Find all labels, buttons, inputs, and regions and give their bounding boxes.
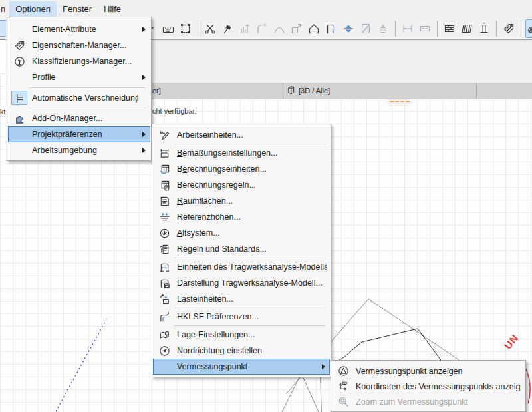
menu-item-automatische-verschneidung[interactable]: Automatische VerschneidungI — [8, 90, 150, 106]
menu-item-vermessungspunkt[interactable]: Vermessungspunkt — [153, 359, 330, 375]
menu-item-label: Projektpräferenzen — [32, 130, 102, 139]
menu-item-vermessungspunkt-anzeigen[interactable]: Vermessungspunkt anzeigen — [332, 363, 525, 379]
submenu-arrow-icon — [322, 364, 325, 369]
toolbar-separator — [395, 21, 396, 37]
label-tag-button[interactable] — [501, 19, 517, 38]
menu-item-label: Arbeitseinheiten... — [177, 130, 243, 140]
coordinates-eye-icon — [335, 379, 351, 394]
menubar-item-hilfe[interactable]: Hilfe — [98, 1, 127, 17]
adjust-button[interactable] — [237, 19, 253, 38]
menu-item-eigenschaften-manager[interactable]: Eigenschaften-Manager... — [8, 37, 150, 53]
menu-item-raumflaechen[interactable]: Raumflächen... — [153, 193, 330, 209]
trim-button[interactable] — [219, 19, 235, 38]
steel-profile-button[interactable] — [476, 19, 492, 38]
resize-button[interactable] — [289, 19, 305, 38]
menu-icon-placeholder — [11, 127, 27, 142]
menu-item-darstellung-tragwerksanalyse-modell[interactable]: Darstellung Tragwerksanalyse-Modell... — [153, 275, 330, 291]
options-dropdown-menu: Element-AttributeEigenschaften-Manager..… — [7, 17, 152, 161]
menu-item-lage-einstellungen[interactable]: Lage-Einstellungen... — [153, 327, 330, 343]
menu-item-koordinaten-des-vermessungspunkts-anzeigen[interactable]: Koordinaten des Vermessungspunkts anzeig… — [332, 379, 525, 394]
load-units-icon — [156, 292, 172, 306]
work-units-icon — [156, 128, 172, 142]
canvas-clipped-text: kt — [0, 108, 6, 116]
menu-item-label: Altsystem... — [177, 228, 220, 238]
menu-item-label: Koordinaten des Vermessungspunkts anzeig… — [356, 382, 521, 391]
menu-item-label: Referenzhöhen... — [177, 212, 241, 222]
menu-item-berechnungsregeln[interactable]: Berechnungsregeln... — [153, 177, 330, 193]
dimension-settings-icon — [156, 146, 172, 160]
menu-item-bemassungseinstellungen[interactable]: Bemaßungseinstellungen... — [153, 145, 330, 161]
menu-item-element-attribute[interactable]: Element-Attribute — [8, 21, 150, 37]
split-button[interactable] — [202, 19, 218, 38]
tab-clipped[interactable]: er] — [152, 87, 161, 95]
menu-item-arbeitseinheiten[interactable]: Arbeitseinheiten... — [153, 127, 330, 143]
menu-item-nordrichtung-einstellen[interactable]: Nordrichtung einstellen — [153, 343, 330, 359]
menu-item-label: Eigenschaften-Manager... — [32, 41, 126, 50]
dimension-linear-button[interactable] — [400, 19, 416, 38]
tag-icon — [11, 38, 27, 53]
menu-item-label: Lasteinheiten... — [177, 294, 233, 304]
menu-icon-placeholder — [156, 359, 172, 374]
menu-item-label: HKLSE Präferenzen... — [177, 312, 259, 321]
rules-standards-icon — [156, 242, 172, 256]
tab-separator — [283, 83, 283, 99]
menu-item-label: Darstellung Tragwerksanalyse-Modell... — [177, 278, 323, 288]
menu-item-projektpraeferenzen[interactable]: Projektpräferenzen — [8, 126, 150, 142]
dimension-exterior-button[interactable] — [417, 19, 433, 38]
svg-text:12: 12 — [166, 28, 170, 32]
menubar-item-fenster[interactable]: Fenster — [57, 1, 98, 17]
menu-icon-placeholder — [11, 22, 27, 37]
project-preferences-submenu: Arbeitseinheiten...Bemaßungseinstellunge… — [152, 124, 331, 377]
survey-point-toggle-button[interactable] — [525, 19, 532, 38]
menu-separator — [174, 144, 325, 144]
menu-item-label: Einheiten des Tragwerksanalyse-Modells..… — [177, 262, 327, 272]
zoom-icon — [335, 395, 351, 409]
menu-item-referenzhoehen[interactable]: Referenzhöhen... — [153, 209, 330, 225]
menu-item-arbeitsumgebung[interactable]: Arbeitsumgebung — [8, 142, 150, 158]
menubar-clipped-item[interactable]: n — [0, 4, 9, 14]
submenu-arrow-icon — [142, 75, 146, 80]
menu-item-label: Profile — [32, 73, 55, 82]
door-tool-button[interactable] — [323, 19, 339, 38]
menu-separator — [174, 308, 325, 308]
menu-item-shortcut: I — [137, 93, 147, 103]
curve-edge-button[interactable] — [271, 19, 287, 38]
puzzle-icon — [11, 111, 27, 126]
tab-separator-2 — [476, 83, 477, 99]
level-marker-button[interactable] — [375, 19, 391, 38]
skylight-tool-button[interactable] — [340, 19, 356, 38]
toolbar-clipped-icon[interactable] — [0, 20, 6, 37]
menu-item-label: Arbeitsumgebung — [32, 146, 97, 155]
canvas-note-text: cht verfügbar. — [152, 107, 197, 115]
menu-item-add-on-manager[interactable]: Add-On-Manager... — [8, 110, 150, 126]
transform-marquee-button[interactable] — [178, 19, 194, 38]
menu-item-berechnungseinheiten[interactable]: Berechnungseinheiten... — [153, 161, 330, 177]
survey-point-icon — [335, 364, 351, 379]
menu-item-label: Zoom zum Vermessungspunkt — [356, 397, 468, 407]
menu-item-label: Bemaßungseinstellungen... — [177, 148, 278, 158]
menu-item-regeln-und-standards[interactable]: Regeln und Standards... — [153, 241, 330, 257]
tab-3d-alle[interactable]: [3D / Alle] — [286, 83, 330, 99]
menu-item-label: Automatische Verschneidung — [32, 93, 137, 103]
building-material-button[interactable] — [442, 19, 458, 38]
roof-tool-button[interactable] — [306, 19, 322, 38]
measure-ruler-button[interactable]: 12 — [160, 19, 176, 38]
toolbar-separator — [198, 21, 198, 37]
fillet-chamfer-button[interactable] — [254, 19, 270, 38]
menubar-item-optionen[interactable]: Optionen — [9, 1, 57, 17]
menu-item-label: Berechnungsregeln... — [177, 180, 256, 190]
panel-tool-button[interactable] — [358, 19, 374, 38]
menu-item-hklse-praeferenzen[interactable]: HKLSE Präferenzen... — [153, 309, 330, 325]
fill-hatch-button[interactable] — [459, 19, 475, 38]
menu-item-label: Raumflächen... — [177, 196, 233, 206]
calculation-units-icon — [156, 162, 172, 176]
menu-item-altsystem[interactable]: Altsystem... — [153, 225, 330, 241]
menu-item-klassifizierungs-manager[interactable]: Klassifizierungs-Manager... — [8, 53, 150, 69]
menu-item-einheiten-des-tragwerksanalyse-modells[interactable]: Einheiten des Tragwerksanalyse-Modells..… — [153, 259, 330, 275]
menu-item-profile[interactable]: Profile — [8, 69, 150, 85]
menu-item-lasteinheiten[interactable]: Lasteinheiten... — [153, 291, 330, 307]
menu-item-label: Vermessungspunkt — [177, 362, 247, 371]
menu-icon-placeholder — [11, 143, 27, 158]
tab-3d-label: [3D / Alle] — [299, 87, 330, 95]
menu-separator — [174, 258, 325, 258]
